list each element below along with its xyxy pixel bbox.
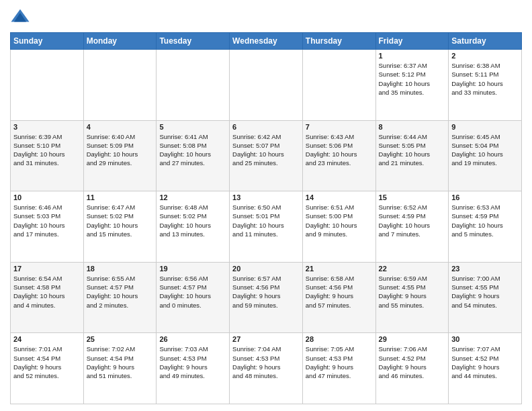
day-detail: Sunrise: 6:47 AM Sunset: 5:02 PM Dayligh… — [87, 203, 154, 238]
day-number: 25 — [87, 335, 154, 343]
day-detail: Sunrise: 6:40 AM Sunset: 5:09 PM Dayligh… — [87, 132, 154, 168]
day-detail: Sunrise: 7:00 AM Sunset: 4:55 PM Dayligh… — [451, 274, 519, 310]
day-number: 1 — [379, 52, 446, 60]
calendar-cell: 14Sunrise: 6:51 AM Sunset: 5:00 PM Dayli… — [302, 191, 375, 263]
calendar-cell: 28Sunrise: 7:05 AM Sunset: 4:53 PM Dayli… — [302, 333, 375, 404]
day-number: 29 — [379, 335, 446, 343]
day-number: 16 — [451, 193, 519, 201]
header — [10, 7, 522, 27]
calendar-body: 1Sunrise: 6:37 AM Sunset: 5:12 PM Daylig… — [11, 50, 522, 404]
calendar-cell: 3Sunrise: 6:39 AM Sunset: 5:10 PM Daylig… — [11, 120, 84, 191]
day-detail: Sunrise: 6:43 AM Sunset: 5:06 PM Dayligh… — [306, 132, 373, 168]
day-detail: Sunrise: 6:41 AM Sunset: 5:08 PM Dayligh… — [159, 132, 226, 168]
calendar-cell: 13Sunrise: 6:50 AM Sunset: 5:01 PM Dayli… — [230, 191, 303, 263]
day-number: 3 — [13, 123, 81, 131]
calendar-cell: 29Sunrise: 7:06 AM Sunset: 4:52 PM Dayli… — [375, 333, 449, 404]
calendar-week-4: 17Sunrise: 6:54 AM Sunset: 4:58 PM Dayli… — [11, 262, 522, 333]
calendar-cell: 6Sunrise: 6:42 AM Sunset: 5:07 PM Daylig… — [230, 120, 303, 191]
calendar-cell: 9Sunrise: 6:45 AM Sunset: 5:04 PM Daylig… — [449, 120, 522, 191]
weekday-header-friday: Friday — [375, 33, 449, 50]
day-number: 26 — [159, 335, 226, 343]
day-number: 14 — [306, 193, 373, 201]
day-detail: Sunrise: 7:05 AM Sunset: 4:53 PM Dayligh… — [306, 345, 373, 380]
day-number: 15 — [379, 193, 446, 201]
calendar-cell: 19Sunrise: 6:56 AM Sunset: 4:57 PM Dayli… — [157, 262, 230, 333]
day-number: 5 — [159, 123, 226, 131]
day-number: 21 — [306, 265, 373, 273]
day-number: 18 — [87, 265, 154, 273]
day-detail: Sunrise: 6:38 AM Sunset: 5:11 PM Dayligh… — [451, 61, 519, 97]
day-number: 27 — [232, 335, 300, 343]
calendar-cell: 25Sunrise: 7:02 AM Sunset: 4:54 PM Dayli… — [83, 333, 157, 404]
weekday-header-wednesday: Wednesday — [230, 33, 303, 50]
logo — [10, 7, 33, 27]
calendar-cell: 10Sunrise: 6:46 AM Sunset: 5:03 PM Dayli… — [11, 191, 84, 263]
day-detail: Sunrise: 6:56 AM Sunset: 4:57 PM Dayligh… — [159, 274, 226, 310]
calendar-header: SundayMondayTuesdayWednesdayThursdayFrid… — [11, 33, 522, 50]
day-number: 10 — [13, 193, 81, 201]
day-number: 30 — [451, 335, 519, 343]
day-number: 11 — [87, 193, 154, 201]
calendar-cell — [302, 50, 375, 121]
calendar-cell: 12Sunrise: 6:48 AM Sunset: 5:02 PM Dayli… — [157, 191, 230, 263]
day-detail: Sunrise: 6:48 AM Sunset: 5:02 PM Dayligh… — [159, 203, 226, 238]
calendar-week-5: 24Sunrise: 7:01 AM Sunset: 4:54 PM Dayli… — [11, 333, 522, 404]
weekday-header-row: SundayMondayTuesdayWednesdayThursdayFrid… — [11, 33, 522, 50]
day-number: 28 — [306, 335, 373, 343]
day-detail: Sunrise: 6:52 AM Sunset: 4:59 PM Dayligh… — [379, 203, 446, 238]
calendar-cell: 27Sunrise: 7:04 AM Sunset: 4:53 PM Dayli… — [230, 333, 303, 404]
day-number: 6 — [232, 123, 300, 131]
day-number: 2 — [451, 52, 519, 60]
calendar-cell: 7Sunrise: 6:43 AM Sunset: 5:06 PM Daylig… — [302, 120, 375, 191]
calendar-cell: 23Sunrise: 7:00 AM Sunset: 4:55 PM Dayli… — [449, 262, 522, 333]
day-number: 17 — [13, 265, 81, 273]
weekday-header-sunday: Sunday — [11, 33, 84, 50]
day-detail: Sunrise: 7:01 AM Sunset: 4:54 PM Dayligh… — [13, 345, 81, 380]
calendar-cell: 17Sunrise: 6:54 AM Sunset: 4:58 PM Dayli… — [11, 262, 84, 333]
day-detail: Sunrise: 6:42 AM Sunset: 5:07 PM Dayligh… — [232, 132, 300, 168]
calendar-cell: 5Sunrise: 6:41 AM Sunset: 5:08 PM Daylig… — [157, 120, 230, 191]
day-number: 22 — [379, 265, 446, 273]
day-detail: Sunrise: 6:58 AM Sunset: 4:56 PM Dayligh… — [306, 274, 373, 310]
calendar-cell: 15Sunrise: 6:52 AM Sunset: 4:59 PM Dayli… — [375, 191, 449, 263]
calendar-cell: 11Sunrise: 6:47 AM Sunset: 5:02 PM Dayli… — [83, 191, 157, 263]
calendar-week-3: 10Sunrise: 6:46 AM Sunset: 5:03 PM Dayli… — [11, 191, 522, 263]
calendar-cell: 8Sunrise: 6:44 AM Sunset: 5:05 PM Daylig… — [375, 120, 449, 191]
weekday-header-saturday: Saturday — [449, 33, 522, 50]
calendar-cell: 4Sunrise: 6:40 AM Sunset: 5:09 PM Daylig… — [83, 120, 157, 191]
day-number: 9 — [451, 123, 519, 131]
calendar-cell: 16Sunrise: 6:53 AM Sunset: 4:59 PM Dayli… — [449, 191, 522, 263]
calendar-cell: 2Sunrise: 6:38 AM Sunset: 5:11 PM Daylig… — [449, 50, 522, 121]
day-detail: Sunrise: 6:55 AM Sunset: 4:57 PM Dayligh… — [87, 274, 154, 310]
day-detail: Sunrise: 6:46 AM Sunset: 5:03 PM Dayligh… — [13, 203, 81, 238]
weekday-header-monday: Monday — [83, 33, 157, 50]
day-number: 20 — [232, 265, 300, 273]
day-number: 7 — [306, 123, 373, 131]
calendar-cell — [157, 50, 230, 121]
day-number: 12 — [159, 193, 226, 201]
day-detail: Sunrise: 6:57 AM Sunset: 4:56 PM Dayligh… — [232, 274, 300, 310]
day-number: 8 — [379, 123, 446, 131]
day-detail: Sunrise: 6:54 AM Sunset: 4:58 PM Dayligh… — [13, 274, 81, 310]
day-number: 19 — [159, 265, 226, 273]
weekday-header-tuesday: Tuesday — [157, 33, 230, 50]
calendar-week-1: 1Sunrise: 6:37 AM Sunset: 5:12 PM Daylig… — [11, 50, 522, 121]
day-number: 4 — [87, 123, 154, 131]
calendar-cell — [230, 50, 303, 121]
day-detail: Sunrise: 7:06 AM Sunset: 4:52 PM Dayligh… — [379, 345, 446, 380]
day-detail: Sunrise: 6:45 AM Sunset: 5:04 PM Dayligh… — [451, 132, 519, 168]
calendar-cell: 26Sunrise: 7:03 AM Sunset: 4:53 PM Dayli… — [157, 333, 230, 404]
day-number: 23 — [451, 265, 519, 273]
day-detail: Sunrise: 6:50 AM Sunset: 5:01 PM Dayligh… — [232, 203, 300, 238]
day-detail: Sunrise: 6:39 AM Sunset: 5:10 PM Dayligh… — [13, 132, 81, 168]
page: SundayMondayTuesdayWednesdayThursdayFrid… — [0, 0, 532, 411]
calendar-cell: 1Sunrise: 6:37 AM Sunset: 5:12 PM Daylig… — [375, 50, 449, 121]
calendar-cell: 30Sunrise: 7:07 AM Sunset: 4:52 PM Dayli… — [449, 333, 522, 404]
calendar-cell: 20Sunrise: 6:57 AM Sunset: 4:56 PM Dayli… — [230, 262, 303, 333]
calendar-cell: 18Sunrise: 6:55 AM Sunset: 4:57 PM Dayli… — [83, 262, 157, 333]
calendar-cell — [11, 50, 84, 121]
logo-icon — [10, 7, 30, 27]
calendar-cell — [83, 50, 157, 121]
weekday-header-thursday: Thursday — [302, 33, 375, 50]
day-detail: Sunrise: 6:59 AM Sunset: 4:55 PM Dayligh… — [379, 274, 446, 310]
